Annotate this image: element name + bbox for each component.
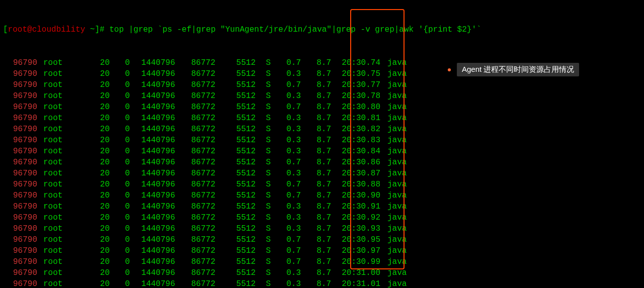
command-cell: java xyxy=(382,190,413,201)
state-cell: S xyxy=(256,245,271,256)
ni-cell: 0 xyxy=(110,79,130,90)
cpu-cell: 0.3 xyxy=(271,267,301,278)
virt-cell: 1440796 xyxy=(130,113,175,124)
pid-cell: 96790 xyxy=(3,146,39,157)
virt-cell: 1440796 xyxy=(130,168,175,179)
pid-cell: 96790 xyxy=(3,124,39,135)
cpu-cell: 0.3 xyxy=(271,135,301,146)
command-cell: java xyxy=(382,124,413,135)
ni-cell: 0 xyxy=(110,190,130,201)
cpu-cell: 0.7 xyxy=(271,79,301,90)
res-cell: 86772 xyxy=(175,57,215,68)
process-row: 96790root2001440796867725512S0.38.720:31… xyxy=(3,267,641,278)
res-cell: 86772 xyxy=(175,68,215,79)
virt-cell: 1440796 xyxy=(130,57,175,68)
pr-cell: 20 xyxy=(85,57,110,68)
pid-cell: 96790 xyxy=(3,68,39,79)
mem-cell: 8.7 xyxy=(301,190,331,201)
ni-cell: 0 xyxy=(110,267,130,278)
terminal-output[interactable]: [root@cloudbility ~]# top |grep `ps -ef|… xyxy=(3,2,641,288)
process-row: 96790root2001440796867725512S0.78.720:30… xyxy=(3,234,641,245)
process-row: 96790root2001440796867725512S0.78.720:30… xyxy=(3,179,641,190)
mem-cell: 8.7 xyxy=(301,223,331,234)
pid-cell: 96790 xyxy=(3,57,39,68)
ni-cell: 0 xyxy=(110,146,130,157)
cpu-cell: 0.7 xyxy=(271,234,301,245)
state-cell: S xyxy=(256,212,271,223)
mem-cell: 8.7 xyxy=(301,234,331,245)
time-cell: 20:30.90 xyxy=(331,190,382,201)
user-cell: root xyxy=(39,90,85,102)
pr-cell: 20 xyxy=(85,124,110,135)
shr-cell: 5512 xyxy=(215,157,256,168)
shr-cell: 5512 xyxy=(215,190,256,201)
time-cell: 20:30.74 xyxy=(331,57,382,68)
ni-cell: 0 xyxy=(110,124,130,135)
command-cell: java xyxy=(382,223,413,234)
virt-cell: 1440796 xyxy=(130,245,175,256)
state-cell: S xyxy=(256,146,271,157)
res-cell: 86772 xyxy=(175,245,215,256)
res-cell: 86772 xyxy=(175,212,215,223)
process-row: 96790root2001440796867725512S0.38.720:30… xyxy=(3,223,641,234)
command-cell: java xyxy=(382,168,413,179)
user-cell: root xyxy=(39,201,85,212)
res-cell: 86772 xyxy=(175,278,215,288)
mem-cell: 8.7 xyxy=(301,146,331,157)
shr-cell: 5512 xyxy=(215,223,256,234)
pid-cell: 96790 xyxy=(3,90,39,102)
ni-cell: 0 xyxy=(110,223,130,234)
process-row: 96790root2001440796867725512S0.78.720:30… xyxy=(3,79,641,90)
time-cell: 20:30.78 xyxy=(331,90,382,102)
state-cell: S xyxy=(256,102,271,113)
command-cell: java xyxy=(382,278,413,288)
mem-cell: 8.7 xyxy=(301,113,331,124)
time-cell: 20:30.81 xyxy=(331,113,382,124)
ni-cell: 0 xyxy=(110,234,130,245)
process-row: 96790root2001440796867725512S0.38.720:30… xyxy=(3,168,641,179)
res-cell: 86772 xyxy=(175,79,215,90)
user-cell: root xyxy=(39,278,85,288)
pr-cell: 20 xyxy=(85,146,110,157)
virt-cell: 1440796 xyxy=(130,190,175,201)
shr-cell: 5512 xyxy=(215,168,256,179)
mem-cell: 8.7 xyxy=(301,278,331,288)
annotation-text: Agent 进程不同时间资源占用情况 xyxy=(457,63,579,76)
pid-cell: 96790 xyxy=(3,212,39,223)
state-cell: S xyxy=(256,90,271,102)
pr-cell: 20 xyxy=(85,212,110,223)
pr-cell: 20 xyxy=(85,79,110,90)
time-cell: 20:30.86 xyxy=(331,157,382,168)
command-cell: java xyxy=(382,79,413,90)
mem-cell: 8.7 xyxy=(301,157,331,168)
shr-cell: 5512 xyxy=(215,68,256,79)
shr-cell: 5512 xyxy=(215,135,256,146)
pr-cell: 20 xyxy=(85,113,110,124)
mem-cell: 8.7 xyxy=(301,168,331,179)
virt-cell: 1440796 xyxy=(130,278,175,288)
ni-cell: 0 xyxy=(110,57,130,68)
user-cell: root xyxy=(39,146,85,157)
time-cell: 20:30.95 xyxy=(331,234,382,245)
time-cell: 20:30.93 xyxy=(331,223,382,234)
command-cell: java xyxy=(382,245,413,256)
command-cell: java xyxy=(382,179,413,190)
res-cell: 86772 xyxy=(175,223,215,234)
time-cell: 20:30.80 xyxy=(331,102,382,113)
process-row: 96790root2001440796867725512S0.38.720:30… xyxy=(3,113,641,124)
process-row: 96790root2001440796867725512S0.38.720:30… xyxy=(3,135,641,146)
pr-cell: 20 xyxy=(85,168,110,179)
shr-cell: 5512 xyxy=(215,245,256,256)
mem-cell: 8.7 xyxy=(301,245,331,256)
process-row: 96790root2001440796867725512S0.78.720:30… xyxy=(3,190,641,201)
mem-cell: 8.7 xyxy=(301,256,331,267)
state-cell: S xyxy=(256,201,271,212)
cpu-cell: 0.3 xyxy=(271,124,301,135)
mem-cell: 8.7 xyxy=(301,57,331,68)
command-cell: java xyxy=(382,113,413,124)
ni-cell: 0 xyxy=(110,212,130,223)
time-cell: 20:31.01 xyxy=(331,278,382,288)
mem-cell: 8.7 xyxy=(301,90,331,102)
mem-cell: 8.7 xyxy=(301,179,331,190)
shr-cell: 5512 xyxy=(215,234,256,245)
